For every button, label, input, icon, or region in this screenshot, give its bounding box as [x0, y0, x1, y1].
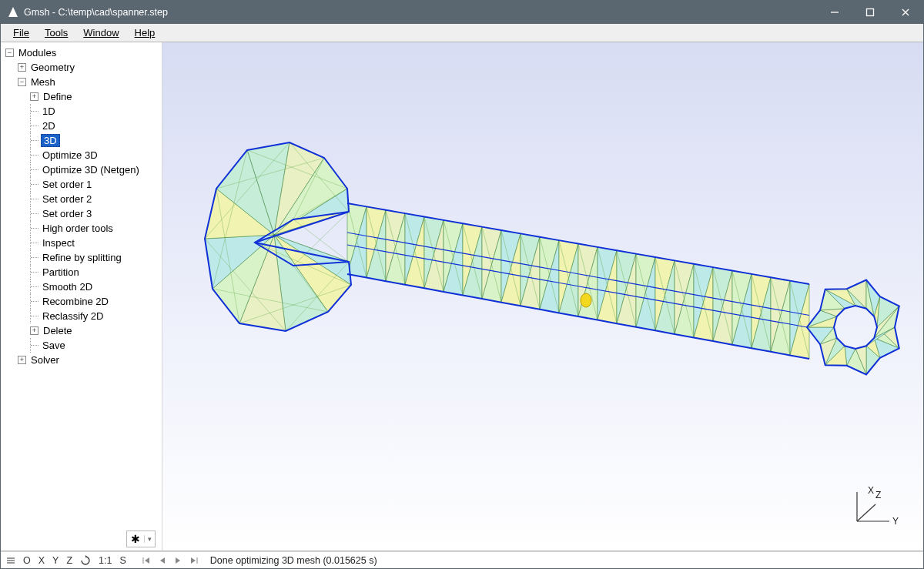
zoom-1to1-button[interactable]: 1:1 [96, 554, 114, 567]
gear-icon: ✱ [127, 533, 144, 545]
tree-branch-icon [30, 294, 41, 309]
svg-marker-188 [834, 306, 877, 349]
tree-node-set-order-1[interactable]: Set order 1 [5, 177, 159, 192]
tree-label: Smooth 2D [41, 281, 94, 293]
options-dropdown[interactable]: ✱ ▾ [126, 531, 156, 547]
tree-node-optimize3d[interactable]: Optimize 3D [5, 148, 159, 162]
svg-marker-0 [8, 7, 18, 17]
view-z-button[interactable]: Z [64, 554, 75, 567]
menu-tools-label: Tools [45, 27, 68, 38]
tree-label: Set order 3 [41, 208, 93, 219]
tree-node-save[interactable]: Save [5, 338, 159, 353]
close-button[interactable] [888, 1, 923, 24]
tree-node-modules[interactable]: − Modules [5, 45, 159, 60]
tree-label: High order tools [41, 223, 115, 234]
title-bar: Gmsh - C:\temp\cad\spanner.step [1, 1, 923, 24]
tree-node-mesh[interactable]: − Mesh [5, 75, 159, 89]
tree-label: 2D [41, 120, 57, 132]
s-button[interactable]: S [117, 554, 128, 567]
app-logo-icon [7, 6, 19, 18]
tree-node-set-order-3[interactable]: Set order 3 [5, 206, 159, 221]
window-title: Gmsh - C:\temp\cad\spanner.step [24, 7, 817, 18]
tree-branch-icon [30, 279, 41, 294]
svg-line-193 [857, 504, 875, 521]
rewind-button[interactable] [139, 554, 153, 567]
sb-label: Y [52, 555, 59, 566]
tree-label: 3D [41, 134, 60, 147]
expand-icon[interactable]: + [30, 92, 38, 101]
svg-marker-199 [145, 557, 149, 564]
tree-label: Recombine 2D [41, 296, 110, 307]
tree-branch-icon [30, 119, 41, 133]
messages-toggle-button[interactable] [4, 554, 18, 567]
chevron-down-icon: ▾ [144, 535, 155, 543]
tree-node-reclassify-2d[interactable]: Reclassify 2D [5, 309, 159, 323]
step-forward-button[interactable] [172, 554, 184, 567]
maximize-button[interactable] [852, 1, 888, 24]
tree-branch-icon [30, 221, 41, 236]
svg-point-185 [581, 293, 591, 307]
axis-x-label: X [868, 485, 874, 496]
play-button[interactable] [187, 554, 201, 567]
menu-bar: File Tools Window Help [1, 24, 923, 42]
sb-label: X [38, 555, 45, 566]
tree-node-high-order-tools[interactable]: High order tools [5, 221, 159, 236]
step-back-button[interactable] [156, 554, 169, 567]
view-x-button[interactable]: X [36, 554, 47, 567]
tree-node-delete[interactable]: + Delete [5, 323, 159, 338]
work-area: − Modules + Geometry − Mesh + Define 1D [1, 42, 923, 551]
tree-branch-icon [30, 309, 41, 323]
3d-viewport[interactable]: Y Z X [162, 42, 923, 551]
window-controls [817, 1, 923, 24]
rotate-button[interactable] [78, 554, 93, 567]
tree-label: Solver [29, 354, 61, 366]
menu-tools[interactable]: Tools [37, 25, 75, 40]
tree-label: Refine by splitting [41, 252, 123, 263]
module-tree[interactable]: − Modules + Geometry − Mesh + Define 1D [5, 45, 159, 529]
tree-label: Optimize 3D (Netgen) [41, 164, 141, 176]
menu-help[interactable]: Help [127, 25, 163, 40]
svg-marker-201 [176, 557, 180, 564]
collapse-icon[interactable]: − [5, 49, 14, 57]
tree-node-recombine-2d[interactable]: Recombine 2D [5, 294, 159, 309]
axis-z-label: Z [875, 490, 881, 500]
view-y-button[interactable]: Y [50, 554, 61, 567]
tree-node-3d[interactable]: 3D [5, 133, 159, 148]
svg-rect-2 [867, 9, 874, 16]
expand-icon[interactable]: + [18, 356, 26, 364]
expand-icon[interactable]: + [18, 63, 26, 72]
tree-branch-icon [30, 265, 41, 279]
tree-node-solver[interactable]: + Solver [5, 353, 159, 367]
sb-label: S [119, 555, 126, 566]
tree-label: Modules [17, 47, 58, 59]
expand-icon[interactable]: + [30, 326, 38, 335]
tree-branch-icon [30, 192, 41, 206]
tree-branch-icon [30, 148, 41, 162]
minimize-button[interactable] [817, 1, 852, 24]
tree-branch-icon [30, 133, 41, 148]
tree-node-geometry[interactable]: + Geometry [5, 60, 159, 75]
tree-label: Partition [41, 266, 81, 278]
tree-node-1d[interactable]: 1D [5, 104, 159, 119]
tree-label: Set order 1 [41, 179, 93, 190]
tree-node-refine-by-splitting[interactable]: Refine by splitting [5, 250, 159, 265]
module-tree-panel: − Modules + Geometry − Mesh + Define 1D [1, 42, 162, 551]
tree-node-set-order-2[interactable]: Set order 2 [5, 192, 159, 206]
view-o-button[interactable]: O [21, 554, 33, 567]
tree-node-2d[interactable]: 2D [5, 119, 159, 133]
tree-node-partition[interactable]: Partition [5, 265, 159, 279]
svg-marker-202 [191, 557, 196, 564]
menu-file[interactable]: File [5, 25, 37, 40]
tree-node-smooth-2d[interactable]: Smooth 2D [5, 279, 159, 294]
collapse-icon[interactable]: − [18, 78, 26, 86]
menu-window[interactable]: Window [75, 25, 126, 40]
tree-label: Save [41, 340, 67, 351]
tree-node-define[interactable]: + Define [5, 89, 159, 104]
tree-label: 1D [41, 105, 57, 117]
mesh-render [186, 135, 902, 420]
tree-label: Geometry [29, 62, 76, 73]
sb-label: O [23, 555, 31, 566]
tree-node-optimize3d-netgen[interactable]: Optimize 3D (Netgen) [5, 162, 159, 177]
tree-label: Reclassify 2D [41, 310, 105, 322]
tree-node-inspect[interactable]: Inspect [5, 236, 159, 250]
